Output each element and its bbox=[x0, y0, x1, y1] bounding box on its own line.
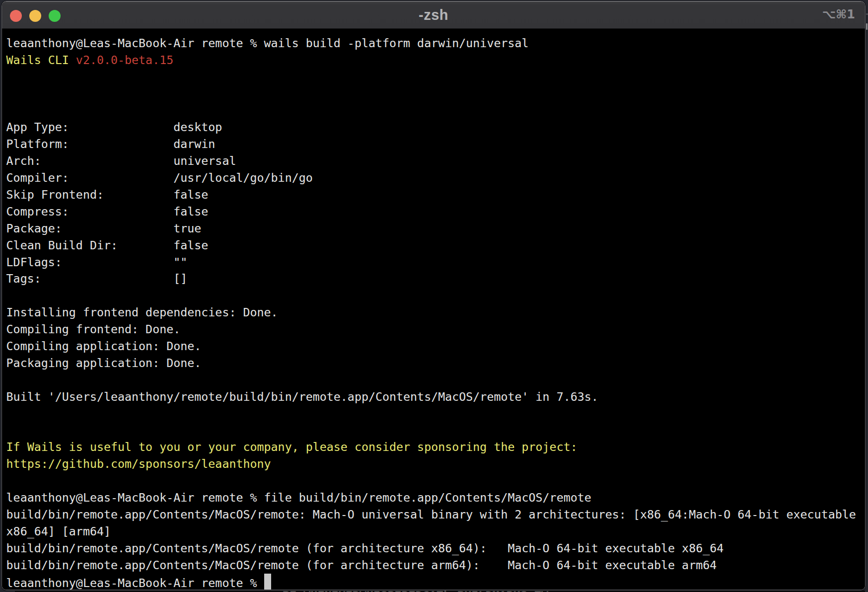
terminal-text-segment: LDFlags: "" bbox=[6, 255, 188, 269]
terminal-text-segment: build/bin/remote.app/Contents/MacOS/remo… bbox=[6, 541, 724, 555]
window-title: -zsh bbox=[2, 1, 865, 28]
desktop-background: -zsh ⌥⌘1 leaanthony@Leas-MacBook-Air rem… bbox=[0, 0, 868, 592]
terminal-line: Arch: universal bbox=[6, 152, 865, 169]
terminal-line: Packaging application: Done. bbox=[6, 355, 865, 371]
terminal-text-segment: Skip Frontend: false bbox=[6, 188, 209, 201]
terminal-line: Clean Build Dir: false bbox=[6, 237, 865, 254]
title-bar[interactable]: -zsh ⌥⌘1 bbox=[2, 1, 865, 29]
terminal-line: https://github.com/sponsors/leaanthony bbox=[6, 455, 865, 472]
terminal-content[interactable]: leaanthony@Leas-MacBook-Air remote % wai… bbox=[2, 29, 865, 590]
terminal-line: LDFlags: "" bbox=[6, 254, 865, 271]
terminal-text-segment: v2.0.0-beta.15 bbox=[76, 53, 173, 67]
terminal-line: build/bin/remote.app/Contents/MacOS/remo… bbox=[6, 540, 865, 557]
terminal-line: Compiler: /usr/local/go/bin/go bbox=[6, 169, 865, 186]
terminal-text-segment: Wails CLI bbox=[6, 53, 76, 67]
terminal-line bbox=[6, 102, 865, 119]
terminal-text-segment: Packaging application: Done. bbox=[6, 356, 202, 370]
terminal-text-segment: build/bin/remote.app/Contents/MacOS/remo… bbox=[6, 558, 717, 572]
background-window-right-fragment bbox=[866, 23, 868, 30]
terminal-line: Skip Frontend: false bbox=[6, 186, 865, 203]
terminal-text-segment: x86_64] [arm64] bbox=[6, 524, 111, 538]
terminal-text-segment: If Wails is useful to you or your compan… bbox=[6, 440, 578, 453]
terminal-line: Compiling application: Done. bbox=[6, 338, 865, 355]
terminal-text-segment: Compiling application: Done. bbox=[6, 339, 202, 353]
terminal-line bbox=[6, 287, 865, 304]
terminal-line: Wails CLI v2.0.0-beta.15 bbox=[6, 52, 865, 69]
terminal-text-segment: Compiling frontend: Done. bbox=[6, 322, 181, 336]
terminal-line: Tags: [] bbox=[6, 270, 865, 287]
background-window-edge-line bbox=[866, 13, 868, 15]
terminal-window: -zsh ⌥⌘1 leaanthony@Leas-MacBook-Air rem… bbox=[1, 1, 866, 591]
terminal-line: Installing frontend dependencies: Done. bbox=[6, 304, 865, 321]
terminal-text-segment: leaanthony@Leas-MacBook-Air remote % bbox=[6, 576, 264, 590]
terminal-text-segment: Arch: universal bbox=[6, 154, 236, 167]
terminal-text-segment: leaanthony@Leas-MacBook-Air remote % wai… bbox=[6, 36, 529, 50]
terminal-text-segment: App Type: desktop bbox=[6, 120, 222, 134]
terminal-line: x86_64] [arm64] bbox=[6, 523, 865, 540]
terminal-line bbox=[6, 69, 865, 85]
terminal-line bbox=[6, 405, 865, 422]
terminal-line: If Wails is useful to you or your compan… bbox=[6, 439, 865, 455]
terminal-line bbox=[6, 472, 865, 489]
terminal-line: Compiling frontend: Done. bbox=[6, 321, 865, 338]
terminal-line bbox=[6, 371, 865, 388]
terminal-line: build/bin/remote.app/Contents/MacOS/remo… bbox=[6, 506, 865, 523]
terminal-line: App Type: desktop bbox=[6, 119, 865, 136]
terminal-text-segment: Clean Build Dir: false bbox=[6, 238, 209, 252]
terminal-line: leaanthony@Leas-MacBook-Air remote % bbox=[6, 574, 865, 590]
terminal-line: Built '/Users/leaanthony/remote/build/bi… bbox=[6, 388, 865, 405]
terminal-line: Compress: false bbox=[6, 203, 865, 220]
terminal-text-segment: Compress: false bbox=[6, 205, 209, 218]
terminal-line bbox=[6, 422, 865, 439]
terminal-text-segment: Built '/Users/leaanthony/remote/build/bi… bbox=[6, 390, 598, 403]
terminal-line bbox=[6, 85, 865, 102]
terminal-line: build/bin/remote.app/Contents/MacOS/remo… bbox=[6, 557, 865, 574]
terminal-text-segment: leaanthony@Leas-MacBook-Air remote % fil… bbox=[6, 491, 591, 504]
terminal-line: Platform: darwin bbox=[6, 136, 865, 152]
window-shortcut-badge: ⌥⌘1 bbox=[822, 1, 855, 27]
terminal-line: leaanthony@Leas-MacBook-Air remote % wai… bbox=[6, 35, 865, 52]
terminal-text-segment: build/bin/remote.app/Contents/MacOS/remo… bbox=[6, 508, 856, 521]
terminal-text-segment: Platform: darwin bbox=[6, 137, 216, 150]
terminal-text-segment: Package: true bbox=[6, 222, 202, 235]
terminal-text-segment: https://github.com/sponsors/leaanthony bbox=[6, 457, 271, 470]
terminal-line: leaanthony@Leas-MacBook-Air remote % fil… bbox=[6, 489, 865, 506]
terminal-cursor bbox=[264, 574, 271, 590]
terminal-text-segment: Tags: [] bbox=[6, 272, 188, 285]
terminal-line: Package: true bbox=[6, 220, 865, 237]
terminal-text-segment: Compiler: /usr/local/go/bin/go bbox=[6, 171, 313, 184]
terminal-text-segment: Installing frontend dependencies: Done. bbox=[6, 305, 278, 319]
